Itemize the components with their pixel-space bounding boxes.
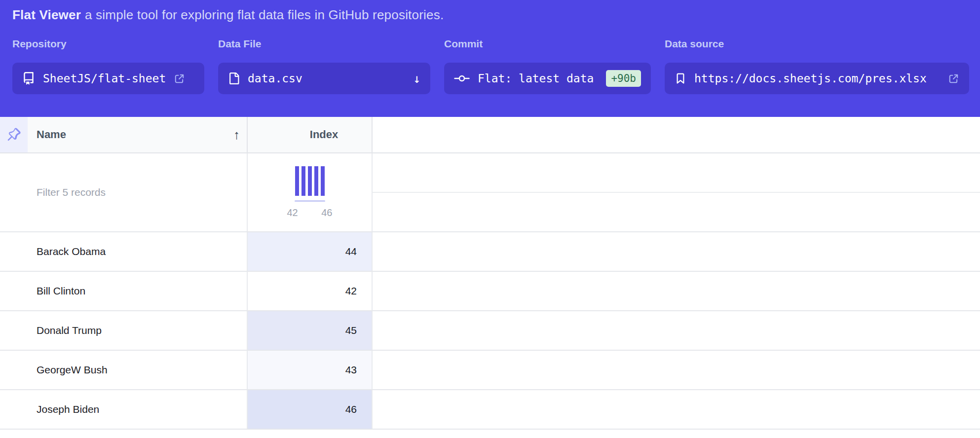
commit-label: Commit <box>444 38 651 50</box>
table-row: Barack Obama 44 <box>0 232 980 272</box>
row-filler <box>373 390 980 429</box>
app-title-line: Flat Viewera simple tool for exploring f… <box>12 7 968 23</box>
external-link-icon[interactable] <box>174 73 185 84</box>
app-title: Flat Viewer <box>12 7 81 22</box>
column-name-label: Name <box>37 128 66 141</box>
sort-ascending-icon: ↑ <box>233 127 247 143</box>
histogram-axis-labels: 42 46 <box>287 207 333 219</box>
data-file-label: Data File <box>218 38 430 50</box>
header-fields: Repository SheetJS/flat-sheet Data File <box>12 38 968 94</box>
app-header: Flat Viewera simple tool for exploring f… <box>0 0 980 117</box>
histogram-bar <box>308 166 312 196</box>
data-grid: Name ↑ Index 42 46 <box>0 117 980 438</box>
commit-field: Commit Flat: latest data +90b <box>444 38 651 94</box>
book-icon <box>22 72 35 85</box>
histogram-bar <box>314 166 318 196</box>
index-cell: 45 <box>248 311 373 350</box>
table-row: Joseph Biden 46 <box>0 390 980 430</box>
data-source-label: Data source <box>665 38 969 50</box>
repository-button[interactable]: SheetJS/flat-sheet <box>12 63 204 94</box>
commit-selector[interactable]: Flat: latest data +90b <box>444 63 651 94</box>
data-source-link[interactable]: https://docs.sheetjs.com/pres.xlsx <box>665 63 969 94</box>
row-filler <box>373 311 980 350</box>
repository-field: Repository SheetJS/flat-sheet <box>12 38 204 94</box>
histogram-bar <box>321 166 325 196</box>
repository-value: SheetJS/flat-sheet <box>43 72 166 85</box>
app-subtitle: a simple tool for exploring flat data fi… <box>85 7 444 22</box>
column-index-label: Index <box>310 128 338 141</box>
flat-viewer-app: Flat Viewera simple tool for exploring f… <box>0 0 980 438</box>
table-row: Bill Clinton 42 <box>0 272 980 311</box>
grid-bottom-filler <box>0 430 980 438</box>
down-arrow-icon: ↓ <box>413 72 420 86</box>
empty-grid-row <box>373 193 980 231</box>
index-histogram-filter[interactable]: 42 46 <box>248 153 373 231</box>
commit-message: Flat: latest data <box>478 72 594 85</box>
name-cell: Donald Trump <box>0 311 248 350</box>
data-source-field: Data source https://docs.sheetjs.com/pre… <box>665 38 969 94</box>
data-file-field: Data File data.csv ↓ <box>218 38 430 94</box>
external-link-icon[interactable] <box>948 73 959 84</box>
row-filler <box>373 272 980 310</box>
index-cell: 44 <box>248 232 373 271</box>
histogram-max-label: 46 <box>321 207 332 219</box>
grid-header-row: Name ↑ Index <box>0 117 980 153</box>
data-source-url: https://docs.sheetjs.com/pres.xlsx <box>694 72 927 85</box>
index-cell: 42 <box>248 272 373 310</box>
name-cell: Barack Obama <box>0 232 248 271</box>
data-file-value: data.csv <box>248 72 302 85</box>
name-cell: Joseph Biden <box>0 390 248 429</box>
histogram-bar <box>295 166 299 196</box>
grid-filter-row: 42 46 <box>0 153 980 232</box>
data-file-selector[interactable]: data.csv ↓ <box>218 63 430 94</box>
row-filler <box>373 232 980 271</box>
name-cell: GeorgeW Bush <box>0 351 248 389</box>
histogram-min-label: 42 <box>287 207 298 219</box>
bookmark-icon <box>675 73 686 84</box>
grid-header-filler <box>373 117 980 152</box>
git-commit-icon <box>454 73 470 84</box>
index-cell: 46 <box>248 390 373 429</box>
histogram-bar <box>302 166 305 196</box>
row-filler <box>373 351 980 389</box>
histogram-baseline <box>295 200 325 202</box>
filter-row-filler <box>373 153 980 231</box>
column-header-index[interactable]: Index <box>248 117 373 152</box>
name-filter-input[interactable] <box>0 186 247 198</box>
name-cell: Bill Clinton <box>0 272 248 310</box>
name-filter-cell <box>0 153 248 231</box>
file-icon <box>228 73 240 84</box>
table-row: GeorgeW Bush 43 <box>0 351 980 390</box>
commit-diff-badge: +90b <box>606 70 641 87</box>
index-histogram-bars <box>295 166 325 196</box>
column-header-name[interactable]: Name ↑ <box>28 117 248 152</box>
sticky-column-toggle[interactable] <box>0 117 28 152</box>
table-row: Donald Trump 45 <box>0 311 980 351</box>
index-cell: 43 <box>248 351 373 389</box>
pushpin-icon <box>7 128 21 142</box>
repository-label: Repository <box>12 38 204 50</box>
empty-grid-row <box>373 153 980 193</box>
